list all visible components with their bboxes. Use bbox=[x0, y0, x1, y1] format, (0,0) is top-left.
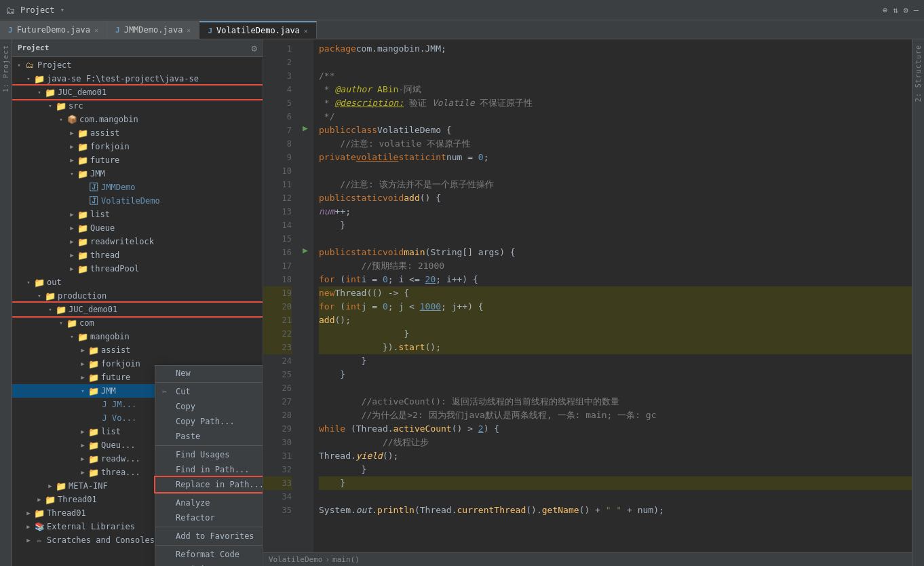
toolbar-settings-icon[interactable]: ⚙ bbox=[904, 5, 908, 15]
structure-strip[interactable]: 2: Structure bbox=[912, 39, 924, 566]
tree-readwritelock[interactable]: ▶ 📁 readwritelock bbox=[12, 235, 263, 248]
tree-arrow: ▾ bbox=[23, 75, 34, 82]
panel-title: Project ⚙ bbox=[12, 39, 263, 57]
tab-futuredemo[interactable]: J FutureDemo.java ✕ bbox=[0, 21, 107, 39]
folder-icon: 📁 bbox=[88, 358, 99, 369]
main-area: 1: Project Project ⚙ ▾ 🗂 Project ▾ 📁 jav… bbox=[0, 39, 924, 566]
ctx-sep-5 bbox=[155, 545, 263, 546]
code-line-33: } bbox=[319, 476, 912, 490]
ctx-optimize[interactable]: Optimize Imports Ctrl+Alt+O bbox=[155, 562, 263, 566]
tree-item-label: Thread01 bbox=[47, 508, 86, 518]
ctx-item-label: Paste bbox=[176, 432, 200, 441]
tree-mangobin-out[interactable]: ▾ 📁 mangobin bbox=[12, 330, 263, 343]
tree-item-label: mangobin bbox=[90, 332, 130, 341]
tree-jmmdemo-class[interactable]: 🇯 JMMDemo bbox=[12, 181, 263, 194]
tree-arrow: ▶ bbox=[77, 469, 88, 476]
context-menu: New ▶ ✂ Cut Ctrl+X Copy Ctrl+C bbox=[155, 365, 263, 566]
title-bar: 🗂 Project ▾ ⊕ ⇅ ⚙ — bbox=[0, 0, 924, 20]
tree-juc-demo01-out[interactable]: ▾ 📁 JUC_demo01 bbox=[12, 303, 263, 316]
code-line-34 bbox=[319, 490, 912, 504]
gutter-line-17 bbox=[297, 257, 313, 270]
tree-queue[interactable]: ▶ 📁 Queue bbox=[12, 221, 263, 235]
gutter-line-5 bbox=[297, 94, 313, 107]
ctx-sep-1 bbox=[155, 382, 263, 383]
code-line-15 bbox=[319, 232, 912, 246]
tab-close-icon[interactable]: ✕ bbox=[187, 26, 191, 34]
ctx-refactor[interactable]: Refactor ▶ bbox=[155, 510, 263, 525]
tree-item-label: VolatileDemo bbox=[101, 196, 160, 206]
tree-out[interactable]: ▾ 📁 out bbox=[12, 276, 263, 289]
panel-icon-1[interactable]: ⚙ bbox=[252, 43, 257, 54]
gutter-line-12 bbox=[297, 189, 313, 202]
gutter-line-20 bbox=[297, 297, 313, 311]
tree-arrow: ▶ bbox=[34, 496, 45, 503]
ctx-reformat[interactable]: Reformat Code Ctrl+Alt+L bbox=[155, 547, 263, 562]
tab-close-icon[interactable]: ✕ bbox=[304, 27, 308, 35]
ctx-find-in-path[interactable]: Find in Path... Ctrl+H bbox=[155, 462, 263, 477]
toolbar-minimize-icon[interactable]: — bbox=[914, 5, 919, 15]
breadcrumb-file: VolatileDemo bbox=[269, 555, 322, 564]
code-content[interactable]: 1 2 3 4 5 6 7 8 9 10 11 12 13 14 15 16 1… bbox=[263, 39, 912, 552]
code-line-6: */ bbox=[319, 110, 912, 124]
ctx-add-favorites[interactable]: Add to Favorites bbox=[155, 529, 263, 544]
tree-item-label: future bbox=[90, 155, 119, 165]
code-area[interactable]: package com.mangobin.JMM; /** * @author … bbox=[313, 39, 912, 552]
tree-thread[interactable]: ▶ 📁 thread bbox=[12, 248, 263, 262]
ctx-item-label: Find in Path... bbox=[176, 465, 249, 474]
java-icon: 🇯 bbox=[88, 182, 99, 193]
tree-item-label: src bbox=[69, 101, 83, 111]
tree-production[interactable]: ▾ 📁 production bbox=[12, 289, 263, 303]
ctx-paste[interactable]: Paste Ctrl+V bbox=[155, 429, 263, 444]
gutter-line-14 bbox=[297, 216, 313, 229]
gutter-line-29 bbox=[297, 419, 313, 433]
tab-close-icon[interactable]: ✕ bbox=[94, 26, 98, 34]
toolbar-add-icon[interactable]: ⊕ bbox=[883, 5, 887, 15]
tree-arrow: ▾ bbox=[45, 306, 56, 313]
ctx-copy[interactable]: Copy Ctrl+C bbox=[155, 399, 263, 414]
ctx-new[interactable]: New ▶ bbox=[155, 366, 263, 381]
tree-item-label: JMM bbox=[90, 169, 105, 178]
breadcrumb-bar: VolatileDemo › main() bbox=[263, 552, 912, 566]
ctx-analyze[interactable]: Analyze ▶ bbox=[155, 495, 263, 510]
tree-item-label: com.mangobin bbox=[79, 115, 138, 124]
tree-assist-out[interactable]: ▶ 📁 assist bbox=[12, 343, 263, 357]
tree-root[interactable]: ▾ 🗂 Project bbox=[12, 58, 263, 72]
tree-list[interactable]: ▶ 📁 list bbox=[12, 208, 263, 221]
code-line-14: } bbox=[319, 219, 912, 232]
run-icon-16[interactable]: ▶ bbox=[297, 243, 313, 257]
tree-jmm[interactable]: ▾ 📁 JMM bbox=[12, 167, 263, 181]
tree-juc-demo01-src[interactable]: ▾ 📁 JUC_demo01 bbox=[12, 86, 263, 99]
tree-item-label: Queue bbox=[90, 223, 115, 233]
tab-jmmdemo[interactable]: J JMMDemo.java ✕ bbox=[107, 21, 199, 39]
tree-assist[interactable]: ▶ 📁 assist bbox=[12, 126, 263, 140]
project-strip[interactable]: 1: Project bbox=[0, 39, 12, 566]
code-line-35: System.out.println(Thread.currentThread(… bbox=[319, 504, 912, 517]
tree-item-label: Scratches and Consoles bbox=[47, 535, 155, 545]
run-icon-7[interactable]: ▶ bbox=[297, 121, 313, 134]
folder-icon: 📁 bbox=[45, 290, 56, 301]
gutter-line-26 bbox=[297, 379, 313, 392]
breadcrumb-method: main() bbox=[332, 555, 360, 564]
tree-volatiledemo-class[interactable]: 🇯 VolatileDemo bbox=[12, 194, 263, 208]
ctx-item-label: Refactor bbox=[176, 513, 215, 523]
gutter-line-19 bbox=[297, 284, 313, 297]
ctx-copy-path[interactable]: Copy Path... bbox=[155, 414, 263, 429]
ctx-item-label: Add to Favorites bbox=[176, 531, 254, 541]
tree-src[interactable]: ▾ 📁 src bbox=[12, 99, 263, 113]
gutter-line-18 bbox=[297, 270, 313, 284]
tree-threadpool[interactable]: ▶ 📁 threadPool bbox=[12, 262, 263, 276]
toolbar-sync-icon[interactable]: ⇅ bbox=[893, 5, 898, 15]
code-line-9: private volatile static int num = 0; bbox=[319, 151, 912, 164]
structure-strip-label: 2: Structure bbox=[915, 45, 922, 102]
tree-com-mangobin[interactable]: ▾ 📦 com.mangobin bbox=[12, 113, 263, 126]
tree-future[interactable]: ▶ 📁 future bbox=[12, 153, 263, 167]
tree-forkjoin[interactable]: ▶ 📁 forkjoin bbox=[12, 140, 263, 153]
folder-icon: 📁 bbox=[77, 128, 88, 138]
code-line-10 bbox=[319, 164, 912, 178]
tree-java-se[interactable]: ▾ 📁 java-se F:\test-project\java-se bbox=[12, 72, 263, 86]
ctx-find-usages[interactable]: Find Usages Ctrl+G bbox=[155, 447, 263, 462]
ctx-replace-in-path[interactable]: Replace in Path... bbox=[155, 477, 263, 492]
tree-com-out[interactable]: ▾ 📁 com bbox=[12, 316, 263, 330]
ctx-cut[interactable]: ✂ Cut Ctrl+X bbox=[155, 384, 263, 399]
tab-volatiledemo[interactable]: J VolatileDemo.java ✕ bbox=[199, 21, 316, 39]
